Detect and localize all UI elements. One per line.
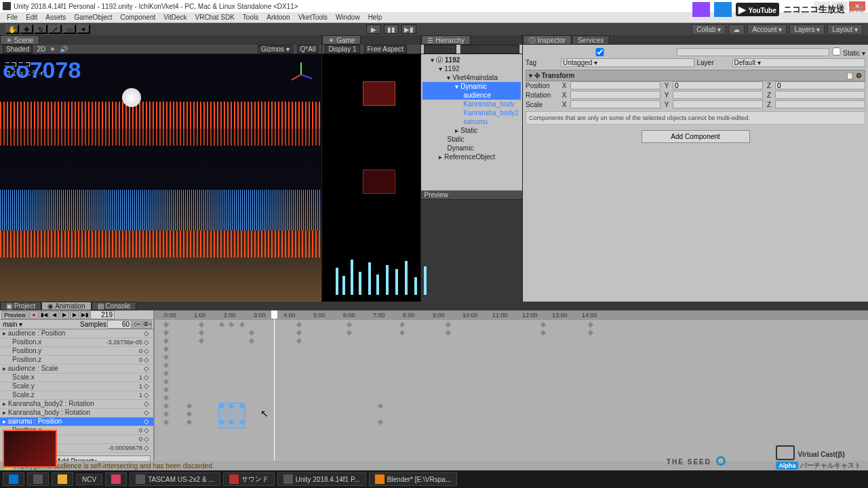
toggle-2d[interactable]: 2D bbox=[37, 45, 45, 53]
keyframe[interactable] bbox=[199, 338, 204, 344]
taskbar-tascam[interactable]: TASCAM US-2x2 & ... bbox=[130, 472, 220, 486]
taskbar-blender[interactable]: Blender* [E:\VRspa... bbox=[369, 472, 458, 486]
keyframe[interactable] bbox=[540, 330, 546, 336]
anim-next[interactable]: ▶ bbox=[70, 311, 79, 319]
menu-vitdeck[interactable]: VitDeck bbox=[159, 14, 191, 21]
rot-y[interactable] bbox=[673, 91, 763, 99]
menu-file[interactable]: File bbox=[3, 14, 22, 21]
anim-property-row[interactable]: Position.y0◇ bbox=[0, 347, 153, 356]
keyframe[interactable] bbox=[163, 411, 169, 417]
keyframe[interactable] bbox=[163, 338, 169, 344]
timeline-ruler[interactable]: 0:001:002:003:004:005:006:007:008:009:00… bbox=[155, 310, 868, 320]
keyframe[interactable] bbox=[296, 322, 302, 327]
animation-tab[interactable]: ◉ Animation bbox=[41, 302, 92, 310]
keyframe[interactable] bbox=[163, 354, 169, 360]
playhead[interactable] bbox=[274, 310, 275, 479]
keyframe[interactable] bbox=[163, 346, 169, 352]
taskbar-ncv[interactable]: NCV bbox=[76, 474, 102, 485]
keyframe[interactable] bbox=[163, 387, 169, 392]
keyframe[interactable] bbox=[446, 322, 451, 327]
taskbar-item[interactable] bbox=[27, 472, 49, 486]
hierarchy-tree[interactable]: ▾ ⓤ 1192 ▾ 1192 ▾ Vket4maindata ▾ Dynami… bbox=[421, 54, 522, 190]
keyframe[interactable] bbox=[588, 330, 593, 336]
anim-property-row[interactable]: Scale.x1◇ bbox=[0, 373, 153, 382]
dopesheet-area[interactable]: 0:001:002:003:004:005:006:007:008:009:00… bbox=[155, 310, 868, 479]
scene-viewport[interactable]: ニコニココミュニティ co7078 bbox=[0, 54, 321, 302]
keyframe[interactable] bbox=[186, 403, 192, 409]
taskbar-unity[interactable]: Unity 2018.4.14f1 P... bbox=[277, 472, 366, 486]
keyframe[interactable] bbox=[163, 363, 169, 368]
shading-mode[interactable]: Shaded bbox=[3, 45, 33, 54]
keyframe[interactable] bbox=[378, 420, 383, 425]
anim-first[interactable]: ▮◀ bbox=[39, 311, 49, 319]
anim-property-row[interactable]: Scale.y1◇ bbox=[0, 382, 153, 391]
transform-component[interactable]: ▾ ✜ Transform 📋 ⚙ bbox=[526, 70, 865, 81]
keyframe[interactable] bbox=[378, 403, 383, 409]
keyframe[interactable] bbox=[296, 330, 302, 336]
anim-record[interactable]: ● bbox=[29, 311, 39, 319]
hier-node[interactable]: sairumu bbox=[422, 117, 521, 126]
menu-edit[interactable]: Edit bbox=[22, 14, 41, 21]
keyframe[interactable] bbox=[347, 330, 352, 336]
pos-x[interactable] bbox=[570, 81, 660, 89]
hier-node[interactable]: audience bbox=[422, 91, 521, 100]
keyframe[interactable] bbox=[163, 371, 169, 376]
keyframe[interactable] bbox=[199, 322, 204, 327]
move-tool[interactable]: ✥ bbox=[20, 24, 33, 34]
scale-x[interactable] bbox=[570, 100, 660, 108]
display-dropdown[interactable]: Display 1 bbox=[325, 45, 359, 54]
account-dropdown[interactable]: Account ▾ bbox=[747, 24, 787, 35]
aspect-dropdown[interactable]: Free Aspect bbox=[364, 45, 407, 54]
menu-help[interactable]: Help bbox=[364, 14, 387, 21]
anim-property-row[interactable]: ▸ Kanransha_body2 : Rotation◇ bbox=[0, 400, 153, 409]
keyframe[interactable] bbox=[163, 420, 169, 425]
pos-y[interactable] bbox=[673, 81, 763, 89]
step-button[interactable]: ▶▮ bbox=[401, 24, 416, 34]
layers-dropdown[interactable]: Layers ▾ bbox=[789, 24, 825, 35]
add-keyframe-button[interactable]: ◇+ bbox=[132, 321, 142, 329]
layer-dropdown[interactable]: Default ▾ bbox=[732, 58, 866, 67]
keyframe[interactable] bbox=[446, 330, 451, 336]
anim-prev[interactable]: ◀ bbox=[50, 311, 59, 319]
keyframe[interactable] bbox=[229, 322, 234, 327]
start-button[interactable] bbox=[3, 472, 24, 486]
keyframe[interactable] bbox=[163, 403, 169, 409]
project-tab[interactable]: ▣ Project bbox=[0, 302, 41, 310]
menu-vkettools[interactable]: VketTools bbox=[294, 14, 332, 21]
hier-node[interactable]: ▾ Dynamic bbox=[422, 82, 521, 91]
keyframe[interactable] bbox=[347, 322, 352, 327]
keyframe[interactable] bbox=[239, 322, 245, 327]
keyframe[interactable] bbox=[540, 322, 546, 327]
add-component-button[interactable]: Add Component bbox=[642, 130, 750, 143]
rotate-tool[interactable]: ↻ bbox=[34, 24, 47, 34]
taskbar-item[interactable] bbox=[105, 472, 127, 486]
keyframe[interactable] bbox=[163, 322, 169, 327]
anim-property-row[interactable]: ▸ sairumu : Position◇ bbox=[0, 418, 153, 426]
hierarchy-create[interactable]: Create ▾ bbox=[424, 45, 456, 54]
rot-z[interactable] bbox=[775, 91, 865, 99]
anim-last[interactable]: ▶▮ bbox=[80, 311, 90, 319]
gameobject-name-field[interactable] bbox=[677, 48, 829, 56]
inspector-tab[interactable]: ⓘ Inspector bbox=[523, 35, 572, 45]
scale-z[interactable] bbox=[775, 100, 865, 108]
keyframe[interactable] bbox=[399, 330, 405, 336]
keyframe[interactable] bbox=[163, 330, 169, 336]
game-tab[interactable]: ☀ Game bbox=[322, 35, 361, 45]
services-tab[interactable]: Services bbox=[572, 35, 610, 45]
samples-field[interactable]: 60 bbox=[107, 320, 132, 329]
static-checkbox[interactable] bbox=[832, 47, 841, 56]
hier-node[interactable]: Kanransha_body bbox=[422, 100, 521, 108]
anim-property-row[interactable]: ▸ audience : Position◇ bbox=[0, 329, 153, 338]
hier-node[interactable]: ▾ Vket4maindata bbox=[422, 73, 521, 82]
anim-play[interactable]: ▶ bbox=[60, 311, 69, 319]
keyframe[interactable] bbox=[219, 322, 224, 327]
anim-property-row[interactable]: Position.x-3.26736e-05◇ bbox=[0, 338, 153, 347]
scene-gizmo[interactable] bbox=[288, 61, 315, 88]
anim-property-row[interactable]: Scale.z1◇ bbox=[0, 391, 153, 400]
scene-search[interactable]: Q*All bbox=[297, 45, 319, 54]
clip-dropdown[interactable]: main ▾ bbox=[1, 321, 79, 328]
scene-root[interactable]: ▾ ⓤ 1192 bbox=[422, 56, 521, 64]
scale-y[interactable] bbox=[673, 100, 763, 108]
menu-component[interactable]: Component bbox=[117, 14, 160, 21]
scale-tool[interactable]: ⤢ bbox=[48, 24, 62, 34]
